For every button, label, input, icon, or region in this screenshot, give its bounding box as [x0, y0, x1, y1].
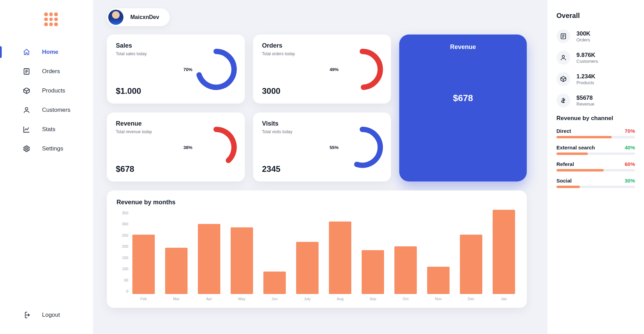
channel-fill: [556, 136, 612, 138]
main: MaicxnDev Sales Total sales today $1.000…: [93, 0, 644, 334]
chart-x-tick: Aug: [329, 297, 351, 301]
channel-name: Direct: [556, 128, 571, 134]
chart-x-axis: FebMarAprMayJunJulyAugSepOctNovDecJan: [130, 294, 517, 301]
sidebar-item-label: Products: [42, 87, 65, 94]
chart-x-tick: Nov: [427, 297, 450, 301]
chart-x-tick: Oct: [394, 297, 417, 301]
overall-stat: 9.876K Customers: [556, 51, 635, 65]
home-icon: [23, 48, 30, 56]
channels-title: Revenue by channel: [556, 115, 635, 122]
chart-x-tick: Jun: [263, 297, 286, 301]
card-orders[interactable]: Orders Total orders today 3000 49%: [253, 35, 391, 104]
revenue-by-months-chart: Revenue by months 350300250200150100500 …: [107, 190, 527, 308]
stats-icon: [23, 126, 30, 133]
chart-bar[interactable]: [362, 250, 384, 294]
chart-x-tick: Mar: [165, 297, 188, 301]
chart-y-axis: 350300250200150100500: [117, 209, 130, 301]
card-donut: 70%: [194, 47, 239, 92]
person-icon: [556, 51, 570, 65]
card-pct: 38%: [183, 145, 192, 150]
chart-bar[interactable]: [394, 246, 417, 294]
overall-value: $5678: [576, 95, 594, 101]
gear-icon: [23, 145, 30, 153]
chart-y-tick: 300: [122, 222, 128, 226]
channel-name: External search: [556, 145, 595, 150]
chart-bar[interactable]: [493, 210, 515, 294]
chart-bar[interactable]: [296, 242, 319, 294]
chart-bar[interactable]: [460, 235, 482, 294]
center-column: MaicxnDev Sales Total sales today $1.000…: [93, 0, 547, 334]
sidebar-item-label: Customers: [42, 107, 70, 114]
sidebar-item-home[interactable]: Home: [0, 43, 93, 61]
card-value: $678: [116, 164, 134, 174]
channel-pct: 30%: [625, 178, 635, 184]
chart-bars: [130, 209, 517, 294]
chart-x-tick: Jan: [493, 297, 515, 301]
chart-y-tick: 150: [122, 256, 128, 260]
chart-plot: 350300250200150100500 FebMarAprMayJunJul…: [117, 209, 517, 301]
right-panel: Overall 300K Orders 9.876K Customers 1.2…: [547, 0, 644, 334]
sidebar-item-products[interactable]: Products: [0, 82, 93, 99]
channel-track: [556, 169, 635, 171]
overall-list: 300K Orders 9.876K Customers 1.234K Prod…: [556, 29, 635, 107]
logout-button[interactable]: Logout: [0, 306, 93, 324]
chart-bar[interactable]: [165, 248, 188, 294]
sidebar: Home Orders Products Customers Stats Set…: [0, 0, 93, 334]
card-sales[interactable]: Sales Total sales today $1.000 70%: [107, 35, 245, 104]
sidebar-item-settings[interactable]: Settings: [0, 140, 93, 157]
chart-y-tick: 250: [122, 233, 128, 237]
dashboard-grid: Sales Total sales today $1.000 70% Order…: [107, 35, 527, 308]
channel-fill: [556, 169, 604, 171]
box-icon: [556, 72, 570, 86]
overall-title: Overall: [556, 12, 635, 20]
chart-y-tick: 100: [122, 267, 128, 271]
overall-label: Orders: [576, 37, 591, 42]
chart-bar[interactable]: [263, 272, 286, 294]
card-revenue[interactable]: Revenue Total revenue today $678 38%: [107, 112, 245, 181]
chart-title: Revenue by months: [117, 199, 517, 206]
channel-track: [556, 186, 635, 188]
channel-fill: [556, 153, 588, 155]
channel-fill: [556, 186, 580, 188]
overall-label: Products: [576, 80, 595, 85]
chart-x-tick: July: [296, 297, 319, 301]
channel-row: External search 40%: [556, 145, 635, 155]
sidebar-item-label: Stats: [42, 126, 56, 133]
chart-x-tick: Feb: [132, 297, 155, 301]
channels-list: Direct 70% External search 40% Referal 6…: [556, 128, 635, 188]
sidebar-item-label: Orders: [42, 68, 60, 75]
chart-x-tick: Apr: [198, 297, 220, 301]
chart-bar[interactable]: [198, 224, 220, 294]
channel-pct: 40%: [625, 145, 635, 150]
chart-y-tick: 350: [122, 211, 128, 215]
channel-name: Social: [556, 178, 572, 184]
chart-bar[interactable]: [427, 267, 450, 294]
card-pct: 55%: [330, 145, 339, 150]
username: MaicxnDev: [130, 14, 159, 20]
overall-stat: $5678 Revenue: [556, 94, 635, 107]
sidebar-item-stats[interactable]: Stats: [0, 121, 93, 138]
dollar-icon: [556, 94, 570, 107]
overall-value: 1.234K: [576, 73, 595, 80]
hero-amount: $678: [399, 93, 527, 104]
sidebar-item-customers[interactable]: Customers: [0, 101, 93, 119]
card-revenue-hero[interactable]: Revenue $678: [399, 35, 527, 181]
card-visits[interactable]: Visits Total visits today 2345 55%: [253, 112, 391, 181]
user-chip[interactable]: MaicxnDev: [107, 8, 170, 26]
channel-track: [556, 136, 635, 138]
person-icon: [23, 106, 30, 114]
chart-bar[interactable]: [329, 222, 351, 294]
overall-label: Revenue: [576, 101, 594, 107]
chart-y-tick: 50: [124, 278, 128, 282]
sidebar-item-orders[interactable]: Orders: [0, 63, 93, 80]
chart-bar[interactable]: [231, 227, 253, 294]
chart-y-tick: 0: [126, 289, 128, 293]
card-value: $1.000: [116, 86, 141, 96]
chart-bar[interactable]: [132, 235, 155, 294]
overall-value: 300K: [576, 30, 591, 37]
chart-y-tick: 200: [122, 244, 128, 248]
channel-name: Referal: [556, 161, 574, 167]
overall-label: Customers: [576, 59, 598, 64]
chart-x-tick: Sep: [362, 297, 384, 301]
logout-label: Logout: [42, 312, 60, 318]
